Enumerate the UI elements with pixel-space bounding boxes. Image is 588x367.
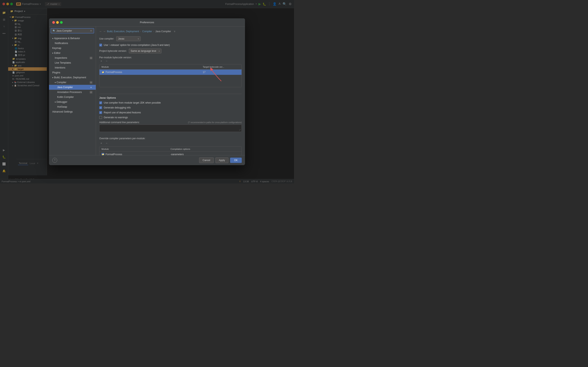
override-module-name: FormatProcess xyxy=(105,153,122,155)
nav-label: HotSwap xyxy=(57,105,67,108)
back-button[interactable]: ← xyxy=(99,30,102,33)
nav-keymap[interactable]: Keymap xyxy=(49,46,96,50)
nav-build-exec-deploy[interactable]: ▾ Build, Execution, Deployment xyxy=(49,75,96,80)
table-row-formatprocess[interactable]: 📁 FormatProcess 17 xyxy=(99,69,242,75)
breadcrumb-nav: ← → xyxy=(99,30,106,33)
nav-annotation-processors[interactable]: Annotation Processors ≡ xyxy=(49,90,96,95)
nav-notifications[interactable]: Notifications xyxy=(49,41,96,46)
nav-intentions[interactable]: Intentions xyxy=(49,65,96,70)
dialog-title: Preferences xyxy=(140,21,154,24)
nav-label: Notifications xyxy=(55,42,68,45)
dialog-titlebar: Preferences xyxy=(49,18,245,26)
opt3-label: Report use of deprecated features xyxy=(104,111,141,114)
annotation-badge: ≡ xyxy=(90,91,93,94)
override-table-controls: + − xyxy=(99,141,242,145)
override-remove-button[interactable]: − xyxy=(104,141,109,145)
add-module-button[interactable]: + xyxy=(99,59,103,63)
expand-icon: ⤢ xyxy=(239,129,241,131)
module-name-cell: 📁 FormatProcess xyxy=(102,71,203,74)
search-box[interactable]: 🔍 ✕ xyxy=(51,28,94,33)
override-module-cell: 📁 FormatProcess xyxy=(102,153,171,155)
override-add-button[interactable]: + xyxy=(99,141,103,145)
nav-java-compiler[interactable]: Java Compiler ≡ xyxy=(49,85,96,90)
nav-label: Advanced Settings xyxy=(52,110,73,113)
help-button[interactable]: ? xyxy=(52,158,57,163)
opt4-row: Generate no warnings xyxy=(99,116,242,119)
nav-label: Compiler xyxy=(57,81,66,84)
nav-inspections[interactable]: Inspections ≡ xyxy=(49,55,96,60)
opt3-checkbox[interactable]: ✓ xyxy=(99,111,102,114)
dialog-overlay: Preferences 🔍 ✕ ▾ Appearance & Behavior xyxy=(0,0,294,184)
breadcrumb-menu-icon[interactable]: ≡ xyxy=(174,30,175,33)
compiler-badge: ≡ xyxy=(90,81,93,84)
nav-label: Annotation Processors xyxy=(57,91,82,94)
module-folder-icon: 📁 xyxy=(102,71,104,74)
forward-button[interactable]: → xyxy=(103,30,106,33)
use-compiler-label: Use compiler: xyxy=(99,37,114,40)
breadcrumb-part2[interactable]: Compiler xyxy=(142,30,152,33)
per-module-table-controls: + − xyxy=(99,59,242,63)
nav-label: Build, Execution, Deployment xyxy=(54,76,86,79)
override-row-formatprocess[interactable]: 📁 FormatProcess -parameters xyxy=(99,152,242,155)
override-table: Module Compilation options 📁 FormatProce… xyxy=(99,146,242,155)
nav-editor[interactable]: ▾ Editor xyxy=(49,50,96,55)
dialog-body: 🔍 ✕ ▾ Appearance & Behavior Notification… xyxy=(49,26,245,155)
search-input[interactable] xyxy=(56,29,89,32)
nav-compiler[interactable]: ▾ Compiler ≡ xyxy=(49,80,96,85)
nav-advanced-settings[interactable]: Advanced Settings xyxy=(49,109,96,114)
compiler-select[interactable]: Javac ▾ xyxy=(116,36,141,41)
dialog-traffic-lights[interactable] xyxy=(52,21,63,24)
dialog-right-panel: ← → Build, Execution, Deployment › Compi… xyxy=(96,26,245,155)
cross-compile-label: Use '--release' option for cross-compila… xyxy=(104,44,170,47)
opt1-row: ✓ Use compiler from module target JDK wh… xyxy=(99,101,242,104)
opt2-checkbox[interactable]: ✓ xyxy=(99,106,102,109)
ok-button[interactable]: OK xyxy=(230,158,242,163)
nav-label: Debugger xyxy=(57,100,67,103)
override-module-col: Module xyxy=(102,148,171,150)
opt4-label: Generate no warnings xyxy=(104,116,128,119)
breadcrumb-part3: Java Compiler xyxy=(155,30,171,33)
bytecode-version-select[interactable]: Same as language leve ▾ xyxy=(129,49,162,53)
breadcrumb-sep2: › xyxy=(153,30,154,33)
nav-label: Appearance & Behavior xyxy=(54,37,80,40)
inspections-badge: ≡ xyxy=(90,57,93,59)
opt3-row: ✓ Report use of deprecated features xyxy=(99,111,242,114)
nav-plugins[interactable]: Plugins xyxy=(49,70,96,75)
opt2-label: Generate debugging info xyxy=(104,106,131,109)
nav-label: Live Templates xyxy=(55,61,71,64)
nav-label: Inspections xyxy=(55,57,67,59)
additional-params-hint: ('/' recommended in paths for cross-plat… xyxy=(188,121,242,124)
dialog-left-panel: 🔍 ✕ ▾ Appearance & Behavior Notification… xyxy=(49,26,96,155)
override-options-col: Compilation options xyxy=(171,148,240,150)
module-col-header: Module xyxy=(102,66,203,68)
nav-debugger[interactable]: ▾ Debugger xyxy=(49,100,96,104)
cross-compile-checkbox[interactable]: ✓ xyxy=(99,44,102,47)
cancel-button[interactable]: Cancel xyxy=(199,157,214,163)
additional-params-label: Additional command line parameters: xyxy=(99,121,140,124)
nav-label: Intentions xyxy=(55,66,65,69)
remove-module-button[interactable]: − xyxy=(104,59,109,63)
compiler-value: Javac xyxy=(118,37,137,40)
breadcrumb-part1[interactable]: Build, Execution, Deployment xyxy=(107,30,139,33)
dialog-minimize-button[interactable] xyxy=(56,21,59,24)
nav-hotswap[interactable]: HotSwap xyxy=(49,104,96,109)
dialog-footer: ? Cancel Apply OK xyxy=(49,155,245,165)
dialog-maximize-button[interactable] xyxy=(60,21,63,24)
additional-params-section: Additional command line parameters: ('/'… xyxy=(99,121,242,132)
opt1-checkbox[interactable]: ✓ xyxy=(99,101,102,104)
nav-appearance-behavior[interactable]: ▾ Appearance & Behavior xyxy=(49,36,96,41)
additional-params-input[interactable]: ⤢ xyxy=(99,125,242,132)
dialog-close-button[interactable] xyxy=(52,21,55,24)
apply-button[interactable]: Apply xyxy=(215,157,228,163)
bytecode-version-label: Project bytecode version: xyxy=(99,50,127,52)
cross-compile-row: ✓ Use '--release' option for cross-compi… xyxy=(99,44,242,47)
breadcrumb: ← → Build, Execution, Deployment › Compi… xyxy=(99,30,242,33)
override-section: Override compiler parameters per-module:… xyxy=(99,137,242,155)
nav-kotlin-compiler[interactable]: Kotlin Compiler xyxy=(49,95,96,100)
search-clear-icon[interactable]: ✕ xyxy=(90,29,92,32)
opt4-checkbox[interactable] xyxy=(99,116,102,119)
nav-live-templates[interactable]: Live Templates xyxy=(49,60,96,65)
additional-params-header: Additional command line parameters: ('/'… xyxy=(99,121,242,124)
expand-icon: ▾ xyxy=(55,81,56,83)
expand-icon: ▾ xyxy=(55,101,56,103)
